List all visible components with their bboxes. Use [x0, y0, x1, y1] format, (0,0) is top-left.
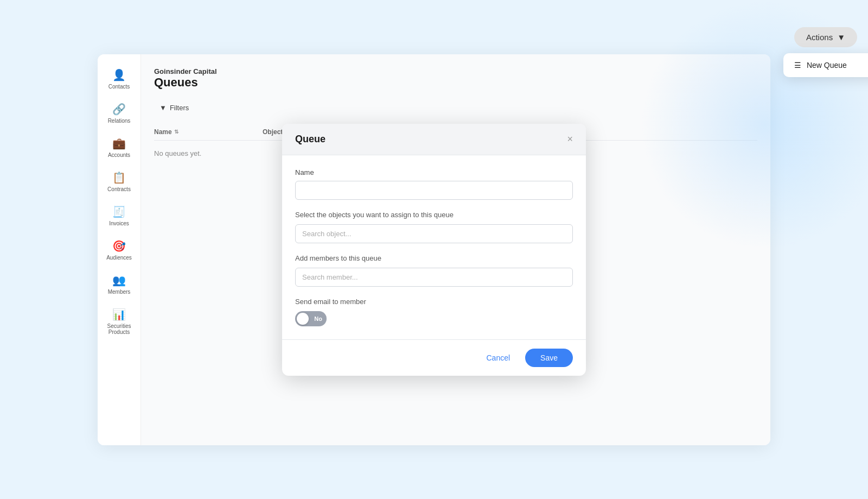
name-field-group: Name [295, 168, 573, 200]
modal-body: Name Select the objects you want to assi… [282, 155, 586, 339]
main-content: Goinsinder Capital Queues ▼ Filters Name… [141, 54, 770, 445]
new-queue-item[interactable]: ☰ New Queue [783, 53, 868, 77]
modal-title: Queue [295, 134, 326, 145]
modal-footer: Cancel Save [282, 339, 586, 376]
toggle-label: No [314, 315, 322, 322]
actions-button[interactable]: Actions ▼ [794, 27, 857, 47]
new-queue-icon: ☰ [794, 61, 801, 70]
objects-field-group: Select the objects you want to assign to… [295, 211, 573, 243]
members-field-group: Add members to this queue [295, 254, 573, 287]
name-input[interactable] [295, 181, 573, 200]
modal-header: Queue × [282, 124, 586, 155]
email-label: Send email to member [295, 298, 573, 306]
actions-area: Actions ▼ ☰ New Queue [794, 27, 857, 47]
save-button[interactable]: Save [525, 349, 573, 367]
toggle-container: No [295, 311, 573, 326]
actions-chevron-icon: ▼ [837, 33, 845, 42]
members-search-input[interactable] [295, 268, 573, 287]
actions-dropdown: ☰ New Queue [783, 53, 868, 77]
objects-search-input[interactable] [295, 224, 573, 243]
modal-close-button[interactable]: × [567, 134, 573, 144]
name-label: Name [295, 168, 573, 176]
objects-label: Select the objects you want to assign to… [295, 211, 573, 219]
new-queue-label: New Queue [807, 61, 847, 70]
actions-label: Actions [806, 33, 833, 42]
email-toggle[interactable]: No [295, 311, 327, 326]
cancel-button[interactable]: Cancel [477, 349, 519, 367]
queue-modal: Queue × Name Select the objects you want… [282, 124, 586, 376]
members-label: Add members to this queue [295, 254, 573, 262]
toggle-thumb [297, 313, 309, 325]
modal-overlay: Queue × Name Select the objects you want… [141, 54, 770, 445]
email-toggle-group: Send email to member No [295, 298, 573, 326]
